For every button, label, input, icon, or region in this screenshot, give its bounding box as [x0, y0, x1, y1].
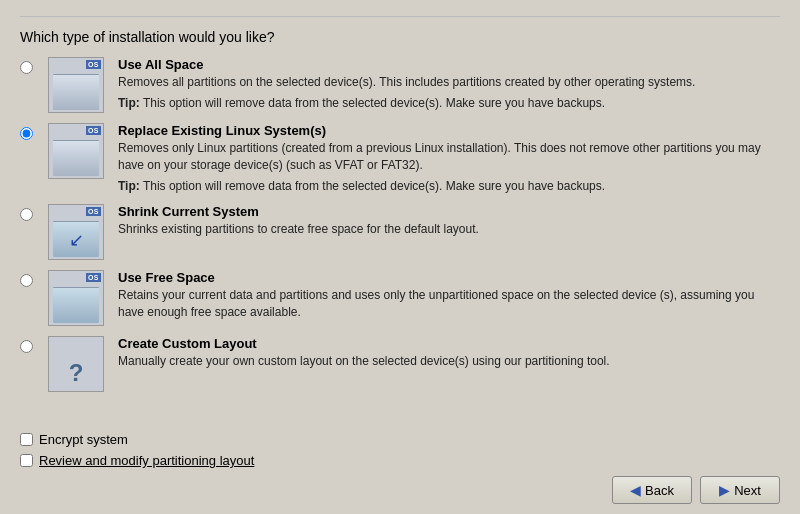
review-partitioning-label: Review and modify partitioning layout [39, 453, 254, 468]
os-label-2: OS [86, 126, 101, 135]
option-use-all-space: OS Use All Space Removes all partitions … [20, 57, 780, 113]
drive-visual-1 [53, 74, 99, 110]
question-mark-icon: ? [49, 355, 103, 391]
icon-shrink-current: OS ↙ [48, 204, 104, 260]
content-replace-existing: Replace Existing Linux System(s) Removes… [118, 123, 780, 194]
icon-col-2: OS [48, 123, 108, 179]
option-replace-existing: OS Replace Existing Linux System(s) Remo… [20, 123, 780, 194]
option-title-4: Use Free Space [118, 270, 780, 285]
option-tip-2: Tip: This option will remove data from t… [118, 178, 780, 195]
os-label-4: OS [86, 273, 101, 282]
shrink-arrow-icon: ↙ [69, 229, 84, 251]
button-row: ◀ Back ▶ Next [20, 476, 780, 504]
back-button[interactable]: ◀ Back [612, 476, 692, 504]
option-desc-5: Manually create your own custom layout o… [118, 353, 780, 370]
review-partitioning-checkbox[interactable] [20, 454, 33, 467]
option-desc-3: Shrinks existing partitions to create fr… [118, 221, 780, 238]
os-label-3: OS [86, 207, 101, 216]
option-tip-1: Tip: This option will remove data from t… [118, 95, 780, 112]
next-label: Next [734, 483, 761, 498]
content-shrink-current: Shrink Current System Shrinks existing p… [118, 204, 780, 242]
radio-shrink-current[interactable] [20, 208, 33, 221]
content-create-custom: Create Custom Layout Manually create you… [118, 336, 780, 374]
options-area: OS Use All Space Removes all partitions … [20, 57, 780, 424]
next-button[interactable]: ▶ Next [700, 476, 780, 504]
top-divider [20, 16, 780, 17]
radio-col-1[interactable] [20, 57, 48, 77]
next-icon: ▶ [719, 482, 730, 498]
icon-replace-existing: OS [48, 123, 104, 179]
encrypt-system-row: Encrypt system [20, 432, 780, 447]
radio-col-3[interactable] [20, 204, 48, 224]
radio-col-2[interactable] [20, 123, 48, 143]
encrypt-system-checkbox[interactable] [20, 433, 33, 446]
drive-visual-2 [53, 140, 99, 176]
content-use-all-space: Use All Space Removes all partitions on … [118, 57, 780, 112]
icon-col-1: OS [48, 57, 108, 113]
radio-create-custom[interactable] [20, 340, 33, 353]
option-desc-4: Retains your current data and partitions… [118, 287, 780, 321]
option-desc-2: Removes only Linux partitions (created f… [118, 140, 780, 174]
icon-create-custom: ? [48, 336, 104, 392]
radio-use-all-space[interactable] [20, 61, 33, 74]
option-title-5: Create Custom Layout [118, 336, 780, 351]
option-shrink-current: OS ↙ Shrink Current System Shrinks exist… [20, 204, 780, 260]
page-title: Which type of installation would you lik… [20, 29, 780, 45]
radio-use-free-space[interactable] [20, 274, 33, 287]
option-title-3: Shrink Current System [118, 204, 780, 219]
back-icon: ◀ [630, 482, 641, 498]
icon-col-4: OS [48, 270, 108, 326]
icon-use-all-space: OS [48, 57, 104, 113]
radio-replace-existing[interactable] [20, 127, 33, 140]
drive-visual-4 [53, 287, 99, 323]
main-container: Which type of installation would you lik… [0, 0, 800, 514]
option-title-1: Use All Space [118, 57, 780, 72]
option-title-2: Replace Existing Linux System(s) [118, 123, 780, 138]
review-partitioning-row: Review and modify partitioning layout [20, 453, 780, 468]
drive-visual-3: ↙ [53, 221, 99, 257]
os-label-1: OS [86, 60, 101, 69]
content-use-free-space: Use Free Space Retains your current data… [118, 270, 780, 325]
encrypt-system-label: Encrypt system [39, 432, 128, 447]
radio-col-4[interactable] [20, 270, 48, 290]
radio-col-5[interactable] [20, 336, 48, 356]
icon-col-3: OS ↙ [48, 204, 108, 260]
icon-col-5: ? [48, 336, 108, 392]
icon-use-free-space: OS [48, 270, 104, 326]
option-use-free-space: OS Use Free Space Retains your current d… [20, 270, 780, 326]
back-label: Back [645, 483, 674, 498]
bottom-section: Encrypt system Review and modify partiti… [20, 424, 780, 504]
option-create-custom: ? Create Custom Layout Manually create y… [20, 336, 780, 392]
option-desc-1: Removes all partitions on the selected d… [118, 74, 780, 91]
review-partitioning-text: Review and modify partitioning layout [39, 453, 254, 468]
